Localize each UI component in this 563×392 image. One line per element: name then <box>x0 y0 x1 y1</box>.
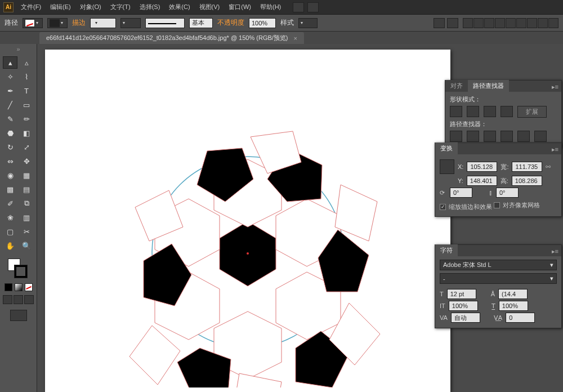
scale-strokes-check[interactable]: ✓缩放描边和效果 <box>440 203 492 211</box>
expand-button[interactable]: 扩展 <box>517 106 547 118</box>
vscale-value[interactable]: 100% <box>449 301 478 311</box>
y-value[interactable]: 148.401 <box>467 176 497 186</box>
recolor-icon[interactable] <box>434 18 445 28</box>
align-top-icon[interactable] <box>495 18 505 28</box>
slice-tool[interactable]: ✂ <box>19 225 34 238</box>
tab-pathfinder[interactable]: 路径查找器 <box>468 80 509 92</box>
stroke-label[interactable]: 描边 <box>72 18 86 28</box>
distribute-h-icon[interactable] <box>527 18 537 28</box>
align-left-icon[interactable] <box>463 18 473 28</box>
panel-menu-icon[interactable]: ▸≡ <box>549 82 561 92</box>
align-right-icon[interactable] <box>484 18 494 28</box>
align-hcenter-icon[interactable] <box>473 18 484 28</box>
unite-icon[interactable] <box>450 106 462 117</box>
mesh-tool[interactable]: ▩ <box>3 183 17 195</box>
var-width-profile[interactable]: ▾ <box>120 18 141 28</box>
shear-value[interactable]: 0° <box>496 188 519 198</box>
arrange-docs-icon[interactable] <box>293 2 304 12</box>
align-vcenter-icon[interactable] <box>506 18 516 28</box>
exclude-icon[interactable] <box>501 106 513 117</box>
blend-tool[interactable]: ⧉ <box>19 197 34 210</box>
document-tab[interactable]: e66fd1441d12e0566470857602ef6152_t0182a3… <box>39 32 304 44</box>
graph-tool[interactable]: ▥ <box>19 211 34 224</box>
tab-transform[interactable]: 变换 <box>435 142 458 154</box>
menu-object[interactable]: 对象(O) <box>76 2 105 12</box>
eraser-tool[interactable]: ◧ <box>19 127 34 139</box>
brush-tool[interactable]: ✎ <box>3 113 17 125</box>
line-tool[interactable]: ╱ <box>3 99 17 111</box>
font-size[interactable]: 12 pt <box>447 289 476 299</box>
rect-tool[interactable]: ▭ <box>19 99 34 111</box>
workspace-switch-icon[interactable] <box>307 2 319 12</box>
align-panel-icon[interactable] <box>447 18 458 28</box>
outline-icon[interactable] <box>517 131 530 142</box>
transform-panel-icon[interactable] <box>548 18 558 28</box>
brush-def[interactable] <box>145 18 185 28</box>
symbol-spray-tool[interactable]: ❀ <box>3 211 17 224</box>
graphic-style[interactable]: ▾ <box>298 18 318 28</box>
stroke-box[interactable] <box>15 265 27 278</box>
merge-icon[interactable] <box>484 131 496 142</box>
shape-builder-tool[interactable]: ◉ <box>3 169 17 181</box>
minus-back-icon[interactable] <box>534 131 547 142</box>
hand-tool[interactable]: ✋ <box>3 239 17 252</box>
color-mode-solid[interactable] <box>5 283 12 291</box>
divide-icon[interactable] <box>450 131 462 142</box>
stroke-swatch[interactable]: ▾ <box>47 18 68 28</box>
rotate-value[interactable]: 0° <box>450 188 472 198</box>
opacity-value[interactable]: 100% <box>249 18 276 28</box>
stroke-weight[interactable]: ▾ <box>90 18 116 28</box>
character-panel[interactable]: 字符 ▸≡ Adobe 宋体 Std L▾ -▾ T 12 pt Å (14.4… <box>435 244 562 328</box>
trim-icon[interactable] <box>467 131 479 142</box>
menu-file[interactable]: 文件(F) <box>17 2 45 12</box>
x-value[interactable]: 105.128 <box>467 162 497 172</box>
gradient-tool[interactable]: ▤ <box>19 183 34 195</box>
blob-brush-tool[interactable]: ⬣ <box>3 127 17 139</box>
pen-tool[interactable]: ✒ <box>3 84 17 97</box>
transform-panel-menu-icon[interactable]: ▸≡ <box>549 145 561 154</box>
ref-point-icon[interactable] <box>440 159 454 174</box>
align-pixel-check[interactable]: 对齐像素网格 <box>494 201 540 210</box>
pencil-tool[interactable]: ✏ <box>19 113 34 125</box>
color-mode-gradient[interactable] <box>15 283 23 291</box>
tracking-value[interactable]: 0 <box>506 313 535 323</box>
w-value[interactable]: 111.735 <box>512 162 542 172</box>
align-bottom-icon[interactable] <box>516 18 526 28</box>
hscale-value[interactable]: 100% <box>499 301 528 311</box>
selection-tool[interactable]: ▴ <box>3 56 17 69</box>
free-transform-tool[interactable]: ✥ <box>19 155 34 167</box>
link-wh-icon[interactable]: ⚯ <box>546 163 551 171</box>
magic-wand-tool[interactable]: ✧ <box>3 70 17 83</box>
draw-normal[interactable] <box>3 295 12 304</box>
menu-help[interactable]: 帮助(H) <box>256 2 285 12</box>
fill-stroke-control[interactable] <box>2 256 34 282</box>
char-panel-menu-icon[interactable]: ▸≡ <box>549 247 561 256</box>
document-close-icon[interactable]: × <box>294 35 297 42</box>
direct-select-tool[interactable]: ▵ <box>19 56 34 69</box>
artboard[interactable] <box>45 50 450 392</box>
width-tool[interactable]: ⇔ <box>3 155 17 167</box>
type-tool[interactable]: T <box>19 84 34 97</box>
menu-edit[interactable]: 编辑(E) <box>46 2 75 12</box>
menu-window[interactable]: 窗口(W) <box>225 2 255 12</box>
transform-panel[interactable]: 变换 ▸≡ X: 105.128 宽: 111.735 ⚯ Y: 148.401… <box>435 142 562 217</box>
opacity-label[interactable]: 不透明度 <box>217 18 244 28</box>
fill-swatch[interactable]: ▾ <box>23 18 43 28</box>
color-mode-none[interactable] <box>25 283 33 291</box>
draw-behind[interactable] <box>14 295 23 304</box>
minus-front-icon[interactable] <box>467 106 479 117</box>
scale-tool[interactable]: ⤢ <box>19 141 34 153</box>
draw-inside[interactable] <box>24 295 34 304</box>
artboard-tool[interactable]: ▢ <box>3 225 17 238</box>
soccer-artwork[interactable] <box>113 117 383 387</box>
intersect-icon[interactable] <box>484 106 496 117</box>
crop-icon[interactable] <box>501 131 513 142</box>
font-family-select[interactable]: Adobe 宋体 Std L▾ <box>440 260 557 270</box>
pathfinder-panel[interactable]: 对齐 路径查找器 ▸≡ 形状模式： 扩展 路径查找器： <box>445 80 562 148</box>
menu-view[interactable]: 视图(V) <box>195 2 224 12</box>
font-style-select[interactable]: -▾ <box>440 273 557 284</box>
tab-character[interactable]: 字符 <box>435 244 458 256</box>
zoom-tool[interactable]: 🔍 <box>19 239 34 252</box>
h-value[interactable]: 108.286 <box>512 176 542 186</box>
rotate-tool[interactable]: ↻ <box>3 141 17 153</box>
